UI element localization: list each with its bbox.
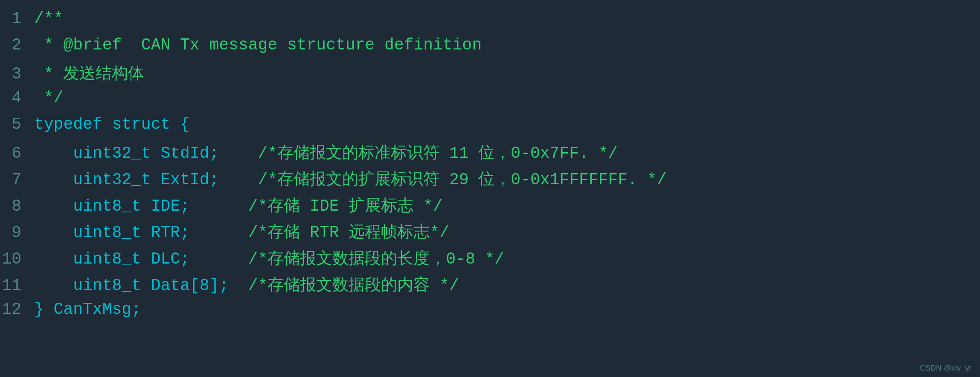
- code-segment: /**: [34, 9, 63, 28]
- code-line: 4 */: [0, 88, 980, 114]
- code-segment: /*存储报文的扩展标识符 29 位，0-0x1FFFFFFF. */: [258, 171, 667, 189]
- code-container: 1/**2 * @brief CAN Tx message structure …: [0, 0, 980, 377]
- line-number: 11: [0, 276, 34, 295]
- code-line: 6 uint32_t StdId; /*存储报文的标准标识符 11 位，0-0x…: [0, 141, 980, 167]
- line-content: */: [34, 89, 980, 107]
- code-line: 3 * 发送结构体: [0, 61, 980, 88]
- line-content: uint8_t DLC; /*存储报文数据段的长度，0-8 */: [34, 247, 980, 269]
- code-segment: * @brief CAN Tx message structure defini…: [34, 36, 482, 54]
- line-number: 8: [0, 197, 34, 215]
- line-number: 9: [0, 223, 34, 242]
- code-segment: /*存储报文数据段的长度，0-8 */: [248, 250, 504, 268]
- code-line: 12} CanTxMsg;: [0, 299, 980, 326]
- line-content: uint32_t StdId; /*存储报文的标准标识符 11 位，0-0x7F…: [34, 142, 980, 163]
- code-segment: * 发送结构体: [34, 65, 144, 83]
- line-content: * @brief CAN Tx message structure defini…: [34, 36, 980, 54]
- code-line: 10 uint8_t DLC; /*存储报文数据段的长度，0-8 */: [0, 246, 980, 273]
- code-segment: */: [34, 89, 63, 107]
- code-segment: uint8_t DLC;: [34, 250, 248, 268]
- code-line: 8 uint8_t IDE; /*存储 IDE 扩展标志 */: [0, 194, 980, 220]
- code-line: 5typedef struct {: [0, 114, 980, 141]
- watermark: CSDN @xiv_yr: [920, 364, 971, 373]
- code-segment: uint8_t Data[8];: [34, 276, 248, 295]
- line-number: 2: [0, 36, 34, 54]
- code-segment: typedef struct {: [34, 115, 190, 133]
- code-line: 7 uint32_t ExtId; /*存储报文的扩展标识符 29 位，0-0x…: [0, 167, 980, 194]
- line-number: 4: [0, 89, 34, 107]
- line-content: } CanTxMsg;: [34, 300, 980, 319]
- code-segment: /*存储 IDE 扩展标志 */: [248, 197, 443, 215]
- line-number: 5: [0, 115, 34, 133]
- line-number: 1: [0, 9, 34, 28]
- code-segment: } CanTxMsg;: [34, 300, 141, 319]
- code-segment: uint32_t ExtId;: [34, 171, 258, 189]
- code-segment: /*存储报文的标准标识符 11 位，0-0x7FF. */: [258, 144, 618, 162]
- line-number: 3: [0, 65, 34, 83]
- line-number: 12: [0, 300, 34, 319]
- line-content: /**: [34, 9, 980, 28]
- line-content: uint32_t ExtId; /*存储报文的扩展标识符 29 位，0-0x1F…: [34, 168, 980, 190]
- line-content: uint8_t Data[8]; /*存储报文数据段的内容 */: [34, 274, 980, 296]
- line-content: * 发送结构体: [34, 62, 980, 84]
- line-content: uint8_t RTR; /*存储 RTR 远程帧标志*/: [34, 221, 980, 243]
- code-segment: uint8_t RTR;: [34, 223, 248, 242]
- code-segment: /*存储 RTR 远程帧标志*/: [248, 223, 449, 242]
- line-number: 10: [0, 250, 34, 268]
- code-line: 11 uint8_t Data[8]; /*存储报文数据段的内容 */: [0, 273, 980, 299]
- code-line: 9 uint8_t RTR; /*存储 RTR 远程帧标志*/: [0, 220, 980, 246]
- line-number: 6: [0, 144, 34, 162]
- code-segment: uint8_t IDE;: [34, 197, 248, 215]
- line-content: typedef struct {: [34, 115, 980, 133]
- line-content: uint8_t IDE; /*存储 IDE 扩展标志 */: [34, 194, 980, 216]
- code-segment: uint32_t StdId;: [34, 144, 258, 162]
- code-line: 2 * @brief CAN Tx message structure defi…: [0, 35, 980, 61]
- line-number: 7: [0, 171, 34, 189]
- code-segment: /*存储报文数据段的内容 */: [248, 276, 459, 295]
- code-line: 1/**: [0, 9, 980, 35]
